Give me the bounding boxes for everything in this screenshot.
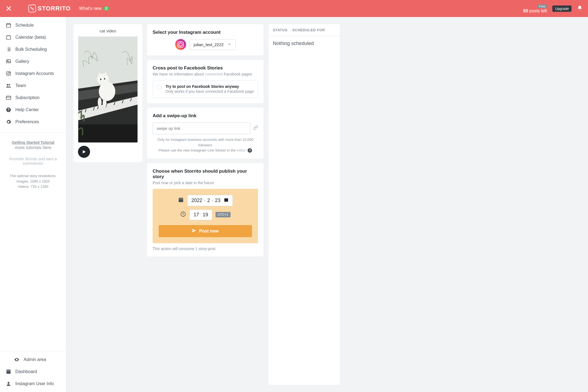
svg-rect-3: [7, 36, 11, 39]
upgrade-button[interactable]: Upgrade: [552, 5, 572, 12]
sidebar-item-label: Preferences: [15, 119, 39, 124]
sidebar-item-bulk[interactable]: Bulk Scheduling: [0, 43, 66, 55]
sidebar-item-user-info[interactable]: Instagram User Info: [0, 378, 66, 390]
sidebar-item-label: Calendar (beta): [15, 35, 46, 40]
clock-icon: [180, 211, 186, 218]
more-tutorials-link[interactable]: more tutorials here: [4, 145, 62, 150]
fb-option-title: Try to post on Facebook Stories anyway: [166, 84, 254, 89]
sidebar-item-label: Dashboard: [15, 369, 37, 374]
sidebar-item-help[interactable]: Help Center: [0, 104, 66, 116]
fb-anyway-option[interactable]: Try to post on Facebook Stories anyway O…: [153, 80, 258, 98]
svg-rect-13: [7, 370, 11, 374]
resolution-info: The optimal story resolutions: Images: 1…: [4, 173, 62, 189]
close-icon[interactable]: ✕: [5, 4, 12, 13]
svg-point-10: [9, 84, 10, 85]
sidebar-item-preferences[interactable]: Preferences: [0, 116, 66, 128]
sidebar-item-label: Subscription: [15, 95, 40, 100]
svg-point-34: [98, 97, 102, 107]
account-dropdown[interactable]: julian_test_2222: [189, 39, 235, 50]
svg-marker-37: [83, 150, 86, 153]
svg-point-9: [7, 84, 9, 86]
card-title: Choose when Storrito should publish your…: [153, 169, 258, 180]
sidebar-item-label: Gallery: [15, 59, 29, 64]
tab-scheduled[interactable]: SCHEDULED FOR: [292, 28, 325, 32]
time-picker[interactable]: 17:19: [189, 209, 212, 220]
svg-point-28: [99, 82, 115, 101]
eye-icon: [14, 357, 20, 362]
sidebar-item-subscription[interactable]: Subscription: [0, 92, 66, 104]
help-tooltip-icon[interactable]: ?: [248, 148, 252, 153]
calendar-icon: [5, 35, 12, 40]
posts-left-label: posts left: [528, 9, 547, 13]
card-subtitle: We have no information about connected F…: [153, 72, 258, 76]
free-badge: Free: [537, 4, 547, 8]
whats-new-label: What's new: [79, 6, 102, 11]
dashboard-icon: [5, 369, 12, 374]
account-selected: julian_test_2222: [194, 42, 223, 47]
sidebar-item-gallery[interactable]: Gallery: [0, 55, 66, 68]
logo[interactable]: STORRITO: [28, 5, 71, 12]
card-subtitle: Post now or pick a date in the future: [153, 181, 258, 185]
sidebar-item-label: Schedule: [15, 23, 34, 28]
posts-left: 50 posts left: [523, 9, 547, 13]
promote-link[interactable]: Promote Storrito and earn a commission: [4, 157, 62, 166]
sidebar: Schedule Calendar (beta) Bulk Scheduling…: [0, 17, 66, 392]
sidebar-item-label: Bulk Scheduling: [15, 47, 47, 52]
sidebar-item-label: Team: [15, 83, 26, 88]
preview-image[interactable]: [78, 37, 138, 142]
instagram-avatar: [175, 39, 186, 50]
whats-new-badge: 2: [104, 6, 109, 11]
radio-icon[interactable]: [157, 85, 162, 90]
svg-rect-36: [78, 124, 138, 142]
sidebar-item-instagram-accounts[interactable]: Instagram Accounts: [0, 68, 66, 80]
list-icon: [5, 47, 12, 52]
tutorial-link[interactable]: Getting Started Tutorial: [4, 140, 62, 145]
svg-point-7: [8, 73, 10, 75]
tab-status[interactable]: STATUS: [273, 28, 287, 32]
logo-text: STORRITO: [38, 5, 71, 12]
sidebar-item-schedule[interactable]: Schedule: [0, 19, 66, 31]
consume-text: This action will consume 1 story-post.: [153, 247, 258, 251]
bell-icon[interactable]: [577, 5, 583, 12]
date-picker[interactable]: 2022- 2- 23: [187, 195, 233, 206]
editor-link[interactable]: editor: [237, 148, 246, 152]
post-now-button[interactable]: Post now: [159, 225, 252, 237]
svg-point-33: [104, 78, 105, 80]
svg-point-32: [100, 79, 101, 80]
sidebar-item-label: Help Center: [15, 107, 39, 112]
image-icon: [5, 59, 12, 64]
users-icon: [5, 83, 12, 88]
svg-point-14: [8, 382, 10, 384]
whats-new-link[interactable]: What's new 2: [79, 6, 109, 11]
svg-rect-2: [7, 24, 11, 27]
swipe-link-input[interactable]: [153, 122, 250, 134]
schedule-box: 2022- 2- 23 17:19 UTC+1: [153, 189, 258, 243]
card-title: Select your Instagram account: [153, 30, 258, 35]
nothing-scheduled-text: Nothing scheduled: [273, 41, 335, 46]
calendar-open-icon[interactable]: [224, 197, 229, 204]
main-content: cat video: [66, 17, 588, 392]
divider: [0, 132, 66, 133]
account-card: Select your Instagram account julian_tes…: [147, 24, 264, 55]
plan-info: Free 50 posts left: [523, 4, 547, 13]
fb-option-subtitle: Only works if you have connected a Faceb…: [166, 89, 254, 94]
settings-column: Select your Instagram account julian_tes…: [147, 24, 264, 256]
svg-point-35: [103, 98, 107, 108]
svg-rect-38: [179, 198, 183, 202]
sidebar-item-team[interactable]: Team: [0, 80, 66, 92]
play-button[interactable]: [78, 146, 90, 158]
chevron-down-icon: [228, 42, 231, 47]
preview-card: cat video: [74, 24, 142, 162]
svg-rect-42: [224, 198, 228, 199]
calendar-check-icon: [5, 23, 12, 28]
header-right: Free 50 posts left Upgrade: [523, 4, 583, 13]
link-icon[interactable]: [253, 125, 258, 131]
sidebar-item-admin[interactable]: Admin area: [0, 354, 66, 366]
logo-icon: [28, 4, 36, 13]
help-icon: [5, 107, 12, 113]
swipe-hint: Only for Instagram business accounts wit…: [153, 137, 258, 153]
sidebar-item-calendar[interactable]: Calendar (beta): [0, 31, 66, 43]
sidebar-item-dashboard[interactable]: Dashboard: [0, 366, 66, 378]
calendar-icon: [178, 197, 184, 204]
user-icon: [5, 381, 12, 387]
